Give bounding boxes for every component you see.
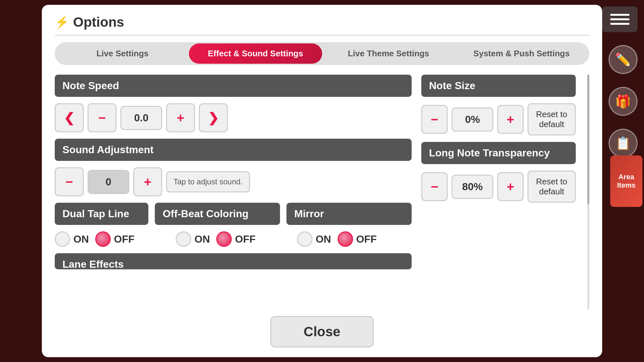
note-speed-controls: ❮ − 0.0 + ❯	[55, 103, 412, 132]
off-beat-on-radio[interactable]	[176, 231, 191, 247]
lane-effects-header: Lane Effects	[55, 253, 412, 269]
sound-adjustment-header: Sound Adjustment	[55, 139, 412, 161]
arrow-left-icon: ❮	[64, 110, 75, 125]
long-note-value: 80%	[452, 175, 493, 199]
dual-tap-off-label: OFF	[114, 233, 135, 245]
options-modal: ⚡ Options Live Settings Effect & Sound S…	[42, 5, 602, 357]
scrollbar-track	[587, 75, 589, 310]
off-beat-coloring-group: ON OFF	[176, 231, 290, 247]
mirror-on-label: ON	[316, 233, 331, 245]
long-note-reset-button[interactable]: Reset to default	[527, 171, 576, 203]
mirror-on-option[interactable]: ON	[297, 231, 331, 247]
note-speed-prev-button[interactable]: ❮	[55, 103, 84, 132]
note-speed-next-button[interactable]: ❯	[199, 103, 228, 132]
title-divider	[55, 35, 589, 36]
modal-title-text: Options	[73, 14, 124, 30]
arrow-right-icon: ❯	[208, 110, 219, 125]
tab-effect-sound[interactable]: Effect & Sound Settings	[189, 43, 322, 64]
note-size-controls: − 0% + Reset to default	[421, 103, 576, 135]
left-column: Note Speed ❮ − 0.0 + ❯ Sound Adjustment	[55, 75, 412, 310]
content-area: Note Speed ❮ − 0.0 + ❯ Sound Adjustment	[55, 75, 589, 310]
off-beat-off-radio[interactable]	[216, 231, 232, 247]
side-button-pen[interactable]: ✏️	[609, 45, 638, 74]
mirror-off-radio[interactable]	[338, 231, 353, 247]
plus-icon-speed: +	[177, 111, 184, 125]
scrollbar-container	[585, 75, 589, 310]
note-size-minus-button[interactable]: −	[421, 105, 448, 134]
note-speed-header: Note Speed	[55, 75, 412, 97]
off-beat-coloring-header: Off-Beat Coloring	[155, 203, 280, 225]
menu-line-3	[610, 23, 630, 25]
dual-tap-line-header: Dual Tap Line	[55, 203, 148, 225]
dual-tap-on-label: ON	[73, 233, 89, 245]
mirror-toggle-row: ON OFF	[297, 231, 412, 247]
off-beat-off-option[interactable]: OFF	[216, 231, 256, 247]
long-note-controls: − 80% + Reset to default	[421, 171, 576, 203]
minus-icon-long-note: −	[431, 180, 438, 194]
minus-icon-sound: −	[65, 175, 73, 189]
note-size-reset-button[interactable]: Reset to default	[527, 103, 576, 135]
sound-value: 0	[88, 170, 129, 194]
scrollbar-thumb[interactable]	[587, 75, 589, 204]
dual-tap-line-group: ON OFF	[55, 231, 169, 247]
dual-tap-on-radio[interactable]	[55, 231, 70, 247]
mirror-group: ON OFF	[297, 231, 412, 247]
dual-tap-off-option[interactable]: OFF	[95, 231, 135, 247]
lightning-icon: ⚡	[55, 15, 69, 29]
area-items-button[interactable]: Area Items	[610, 155, 642, 207]
list-icon: 📋	[615, 136, 631, 151]
off-beat-on-option[interactable]: ON	[176, 231, 210, 247]
tabs-container: Live Settings Effect & Sound Settings Li…	[55, 42, 589, 65]
menu-button[interactable]	[602, 6, 638, 32]
note-size-header: Note Size	[421, 75, 576, 97]
side-button-list[interactable]: 📋	[609, 129, 638, 158]
pen-icon: ✏️	[615, 52, 631, 67]
dual-tap-line-toggle-row: ON OFF	[55, 231, 169, 247]
long-note-plus-button[interactable]: +	[497, 172, 524, 201]
tab-live-theme[interactable]: Live Theme Settings	[322, 43, 455, 64]
mirror-header: Mirror	[286, 203, 412, 225]
plus-icon-long-note: +	[507, 180, 514, 194]
minus-icon-size: −	[431, 112, 438, 127]
off-beat-toggle-row: ON OFF	[176, 231, 290, 247]
off-beat-off-label: OFF	[235, 233, 256, 245]
mirror-off-option[interactable]: OFF	[338, 231, 377, 247]
toggle-groups-row: ON OFF ON	[55, 231, 412, 247]
dual-tap-on-option[interactable]: ON	[55, 231, 89, 247]
tab-system-push[interactable]: System & Push Settings	[455, 43, 588, 64]
long-note-minus-button[interactable]: −	[421, 172, 448, 201]
close-button[interactable]: Close	[270, 316, 373, 348]
sound-adjustment-controls: − 0 + Tap to adjust sound.	[55, 167, 412, 196]
close-button-container: Close	[55, 310, 589, 348]
menu-line-1	[610, 14, 630, 16]
note-size-plus-button[interactable]: +	[497, 105, 524, 134]
long-note-transparency-header: Long Note Transparency	[421, 142, 576, 164]
area-items-label: Area Items	[617, 173, 635, 190]
right-column: Note Size − 0% + Reset to default Long N…	[421, 75, 576, 310]
minus-icon-speed: −	[98, 111, 106, 125]
gift-icon: 🎁	[615, 94, 631, 109]
tap-adjust-hint[interactable]: Tap to adjust sound.	[166, 171, 250, 192]
toggle-headers-row: Dual Tap Line Off-Beat Coloring Mirror	[55, 203, 412, 225]
sound-minus-button[interactable]: −	[55, 167, 84, 196]
off-beat-on-label: ON	[194, 233, 210, 245]
note-speed-value: 0.0	[120, 106, 162, 130]
modal-title-row: ⚡ Options	[55, 14, 589, 30]
dual-tap-off-radio[interactable]	[95, 231, 111, 247]
note-speed-minus-button[interactable]: −	[88, 103, 117, 132]
sound-plus-button[interactable]: +	[133, 167, 162, 196]
note-speed-plus-button[interactable]: +	[166, 103, 195, 132]
menu-line-2	[610, 18, 630, 20]
tab-live-settings[interactable]: Live Settings	[56, 43, 189, 64]
plus-icon-sound: +	[144, 175, 151, 189]
mirror-off-label: OFF	[356, 233, 377, 245]
side-button-gift[interactable]: 🎁	[609, 87, 638, 116]
mirror-on-radio[interactable]	[297, 231, 313, 247]
note-size-value: 0%	[452, 107, 493, 132]
plus-icon-size: +	[507, 112, 514, 127]
